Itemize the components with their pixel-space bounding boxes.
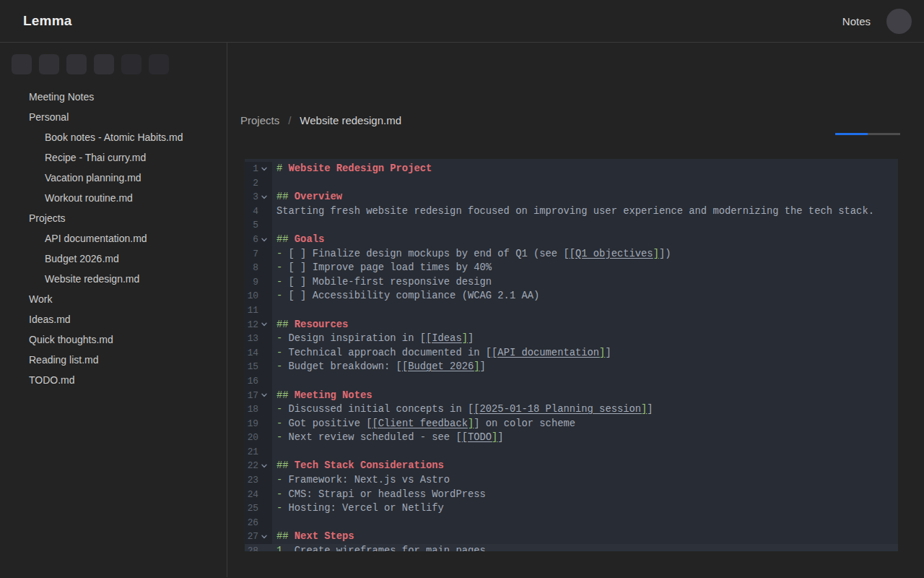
- editor-line-content[interactable]: ## Tech Stack Considerations: [272, 459, 898, 473]
- fold-chevron-icon[interactable]: [258, 236, 270, 243]
- editor-line[interactable]: 2: [245, 176, 898, 191]
- editor-line[interactable]: 24- CMS: Strapi or headless WordPress: [245, 488, 898, 502]
- file-item[interactable]: Recipe - Thai curry.md: [0, 147, 227, 168]
- wiki-link[interactable]: [Budget 2026: [402, 361, 474, 372]
- file-item[interactable]: Reading list.md: [0, 350, 227, 370]
- fold-chevron-icon[interactable]: [258, 392, 270, 399]
- editor-line[interactable]: 3## Overview: [245, 190, 898, 204]
- file-item[interactable]: API documentation.md: [0, 228, 227, 249]
- fold-chevron-icon[interactable]: [258, 462, 270, 470]
- editor-line-content[interactable]: [272, 218, 898, 233]
- file-item[interactable]: Workout routine.md: [0, 188, 227, 208]
- editor-line-content[interactable]: - Next review scheduled - see [[TODO]]: [272, 431, 898, 445]
- editor-line-content[interactable]: [272, 516, 898, 530]
- code-token: -: [276, 277, 289, 288]
- file-item[interactable]: Budget 2026.md: [0, 249, 227, 269]
- editor-line-content[interactable]: [272, 176, 898, 191]
- wiki-link[interactable]: [2025-01-18 Planning session: [474, 404, 641, 415]
- editor-line[interactable]: 14- Technical approach documented in [[A…: [245, 346, 898, 361]
- editor-line-content[interactable]: - [ ] Mobile-first responsive design: [272, 275, 898, 290]
- tab-preview[interactable]: [868, 110, 900, 135]
- editor-line-content[interactable]: ## Resources: [272, 318, 898, 332]
- editor-line-content[interactable]: - Got positive [[Client feedback]] on co…: [272, 417, 898, 431]
- editor-line-content[interactable]: - Discussed initial concepts in [[2025-0…: [272, 402, 898, 417]
- editor-line-content[interactable]: ## Next Steps: [272, 530, 898, 544]
- toolbar-new-note-button[interactable]: [12, 54, 32, 74]
- file-item[interactable]: Website redesign.md: [0, 269, 227, 289]
- editor-line[interactable]: 20- Next review scheduled - see [[TODO]]: [245, 431, 898, 445]
- editor-line[interactable]: 7- [ ] Finalize design mockups by end of…: [245, 247, 898, 262]
- wiki-link[interactable]: ]: [653, 249, 659, 259]
- wiki-link[interactable]: ]: [468, 418, 474, 429]
- file-item[interactable]: TODO.md: [0, 370, 227, 390]
- notes-button[interactable]: Notes: [823, 14, 871, 27]
- editor-line-content[interactable]: - CMS: Strapi or headless WordPress: [272, 488, 898, 502]
- fold-chevron-icon[interactable]: [258, 194, 270, 201]
- toolbar-delete-button[interactable]: [94, 54, 114, 74]
- editor-line-content[interactable]: Starting fresh website redesign focused …: [272, 204, 898, 219]
- wiki-link[interactable]: ]: [474, 361, 479, 372]
- wiki-link[interactable]: ]: [462, 333, 468, 344]
- editor-line-content[interactable]: - Budget breakdown: [[Budget 2026]]: [272, 360, 898, 374]
- editor-line[interactable]: 1# Website Redesign Project: [245, 162, 898, 176]
- editor-line[interactable]: 19- Got positive [[Client feedback]] on …: [245, 417, 898, 431]
- file-item[interactable]: Book notes - Atomic Habits.md: [0, 127, 227, 147]
- editor-line-content[interactable]: - Design inspiration in [[Ideas]]: [272, 332, 898, 346]
- file-item[interactable]: Ideas.md: [0, 309, 227, 329]
- editor-line-content[interactable]: [272, 374, 898, 389]
- fold-chevron-icon[interactable]: [258, 533, 270, 540]
- breadcrumb-folder[interactable]: Projects: [240, 114, 279, 126]
- editor-line[interactable]: 17## Meeting Notes: [245, 389, 898, 403]
- file-item[interactable]: Quick thoughts.md: [0, 329, 227, 350]
- toolbar-upload-button[interactable]: [39, 54, 59, 74]
- editor-line-content[interactable]: - Framework: Next.js vs Astro: [272, 473, 898, 488]
- toolbar-edit-button[interactable]: [66, 54, 87, 74]
- editor-line[interactable]: 21: [245, 445, 898, 460]
- editor-line[interactable]: 16: [245, 374, 898, 389]
- editor-line-content[interactable]: - [ ] Accessibility compliance (WCAG 2.1…: [272, 289, 898, 303]
- editor-line-content[interactable]: - Hosting: Vercel or Netlify: [272, 501, 898, 516]
- avatar[interactable]: [886, 9, 912, 34]
- editor-line[interactable]: 281. Create wireframes for main pages: [245, 544, 898, 551]
- editor-line[interactable]: 13- Design inspiration in [[Ideas]]: [245, 332, 898, 346]
- editor-line[interactable]: 4Starting fresh website redesign focused…: [245, 204, 898, 219]
- editor-line[interactable]: 27## Next Steps: [245, 530, 898, 544]
- editor-line[interactable]: 26: [245, 516, 898, 530]
- editor-line[interactable]: 18- Discussed initial concepts in [[2025…: [245, 402, 898, 417]
- folder-item[interactable]: Projects: [0, 208, 227, 228]
- fold-chevron-icon[interactable]: [258, 321, 270, 328]
- editor-line[interactable]: 11: [245, 303, 898, 318]
- markdown-editor[interactable]: 1# Website Redesign Project23## Overview…: [245, 159, 898, 551]
- editor-line-content[interactable]: ## Meeting Notes: [272, 389, 898, 403]
- editor-line-content[interactable]: ## Overview: [272, 190, 898, 204]
- editor-line[interactable]: 25- Hosting: Vercel or Netlify: [245, 501, 898, 516]
- editor-line[interactable]: 8- [ ] Improve page load times by 40%: [245, 261, 898, 275]
- file-item[interactable]: Vacation planning.md: [0, 168, 227, 188]
- editor-line-content[interactable]: ## Goals: [272, 233, 898, 247]
- editor-line-content[interactable]: - [ ] Improve page load times by 40%: [272, 261, 898, 275]
- editor-line-content[interactable]: 1. Create wireframes for main pages: [272, 544, 898, 551]
- editor-line-content[interactable]: - [ ] Finalize design mockups by end of …: [272, 247, 898, 262]
- editor-line[interactable]: 5: [245, 218, 898, 233]
- wiki-link[interactable]: [Ideas: [426, 333, 462, 344]
- editor-line[interactable]: 6## Goals: [245, 233, 898, 247]
- editor-line[interactable]: 15- Budget breakdown: [[Budget 2026]]: [245, 360, 898, 374]
- editor-line[interactable]: 9- [ ] Mobile-first responsive design: [245, 275, 898, 290]
- editor-line-content[interactable]: - Technical approach documented in [[API…: [272, 346, 898, 361]
- folder-item[interactable]: Work: [0, 289, 227, 309]
- editor-line-content[interactable]: [272, 445, 898, 460]
- fold-chevron-icon[interactable]: [258, 165, 270, 173]
- editor-line[interactable]: 10- [ ] Accessibility compliance (WCAG 2…: [245, 289, 898, 303]
- wiki-link[interactable]: [Q1 objectives: [570, 249, 653, 259]
- editor-line-content[interactable]: [272, 303, 898, 318]
- wiki-link[interactable]: [API documentation: [492, 348, 599, 358]
- editor-line[interactable]: 12## Resources: [245, 318, 898, 332]
- wiki-link[interactable]: [TODO: [462, 432, 492, 443]
- editor-line-content[interactable]: # Website Redesign Project: [272, 162, 898, 176]
- folder-item[interactable]: Meeting Notes: [0, 87, 227, 107]
- tab-source[interactable]: [835, 110, 868, 135]
- wiki-link[interactable]: [Client feedback: [372, 418, 467, 429]
- editor-line[interactable]: 23- Framework: Next.js vs Astro: [245, 473, 898, 488]
- folder-item[interactable]: Personal: [0, 107, 227, 127]
- editor-line[interactable]: 22## Tech Stack Considerations: [245, 459, 898, 473]
